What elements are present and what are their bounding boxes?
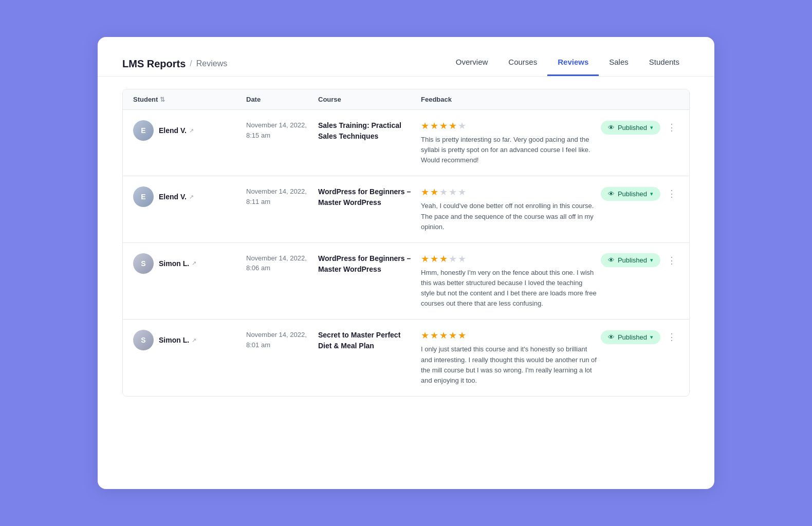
external-link-icon[interactable]: ↗ [189, 127, 194, 134]
published-badge[interactable]: 👁 Published ▾ [601, 330, 660, 344]
date-cell: November 14, 2022, 8:11 am [246, 186, 318, 206]
nav-courses[interactable]: Courses [498, 51, 547, 76]
feedback-cell: ★ ★ ★ ★ ★ Yeah, I could've done better o… [421, 186, 679, 232]
feedback-actions: 👁 Published ▾ ⋮ [601, 186, 679, 201]
star-1: ★ [421, 186, 429, 198]
star-5: ★ [458, 330, 466, 341]
feedback-text: Hmm, honestly I'm very on the fence abou… [421, 268, 679, 309]
date-cell: November 14, 2022, 8:01 am [246, 330, 318, 350]
star-3: ★ [439, 253, 448, 265]
breadcrumb: LMS Reports / Reviews [122, 58, 227, 70]
header: LMS Reports / Reviews Overview Courses R… [98, 37, 714, 77]
course-cell: WordPress for Beginners – Master WordPre… [318, 253, 421, 275]
star-2: ★ [430, 330, 438, 341]
app-title: LMS Reports [122, 58, 186, 70]
feedback-cell: ★ ★ ★ ★ ★ I only just started this cours… [421, 330, 679, 386]
student-name: Elend V. [159, 126, 187, 135]
col-date: Date [246, 96, 318, 103]
table-row: S Simon L. ↗ November 14, 2022, 8:06 am … [123, 243, 689, 320]
feedback-text: Yeah, I could've done better off not enr… [421, 201, 679, 232]
eye-icon: 👁 [608, 190, 615, 198]
chevron-down-icon: ▾ [650, 191, 653, 197]
table-row: E Elend V. ↗ November 14, 2022, 8:11 am … [123, 176, 689, 242]
date-cell: November 14, 2022, 8:15 am [246, 120, 318, 140]
main-content: Student ⇅ Date Course Feedback E Elend V… [98, 77, 714, 413]
star-4: ★ [449, 120, 457, 132]
star-2: ★ [430, 253, 438, 265]
table-row: E Elend V. ↗ November 14, 2022, 8:15 am … [123, 110, 689, 176]
star-3: ★ [439, 330, 448, 341]
more-menu-button[interactable]: ⋮ [665, 330, 679, 344]
more-menu-button[interactable]: ⋮ [665, 253, 679, 268]
student-name-link: Simon L. ↗ [159, 259, 196, 268]
course-cell: WordPress for Beginners – Master WordPre… [318, 186, 421, 208]
student-cell: E Elend V. ↗ [133, 186, 246, 207]
chevron-down-icon: ▾ [650, 257, 653, 264]
more-menu-button[interactable]: ⋮ [665, 120, 679, 135]
star-2: ★ [430, 186, 438, 198]
student-cell: E Elend V. ↗ [133, 120, 246, 141]
star-3: ★ [439, 120, 448, 132]
nav-overview[interactable]: Overview [446, 51, 499, 76]
date-cell: November 14, 2022, 8:06 am [246, 253, 318, 273]
feedback-cell: ★ ★ ★ ★ ★ Hmm, honestly I'm very on the … [421, 253, 679, 309]
star-5: ★ [458, 253, 466, 265]
student-name-link: Simon L. ↗ [159, 336, 196, 344]
table-row: S Simon L. ↗ November 14, 2022, 8:01 am … [123, 320, 689, 396]
eye-icon: 👁 [608, 333, 615, 341]
external-link-icon[interactable]: ↗ [192, 260, 196, 267]
star-4: ★ [449, 253, 457, 265]
star-4: ★ [449, 186, 457, 198]
star-5: ★ [458, 186, 466, 198]
feedback-text: This is pretty interesting so far. Very … [421, 135, 679, 165]
star-2: ★ [430, 120, 438, 132]
published-badge[interactable]: 👁 Published ▾ [601, 121, 660, 135]
feedback-text: I only just started this course and it's… [421, 344, 679, 386]
nav-sales[interactable]: Sales [599, 51, 639, 76]
feedback-actions: 👁 Published ▾ ⋮ [601, 330, 679, 344]
col-student: Student ⇅ [133, 96, 246, 103]
star-1: ★ [421, 120, 429, 132]
student-cell: S Simon L. ↗ [133, 330, 246, 350]
col-feedback: Feedback [421, 96, 679, 103]
student-name: Simon L. [159, 336, 189, 344]
star-5: ★ [458, 120, 466, 132]
external-link-icon[interactable]: ↗ [192, 337, 196, 344]
feedback-cell: ★ ★ ★ ★ ★ This is pretty interesting so … [421, 120, 679, 165]
app-container: LMS Reports / Reviews Overview Courses R… [98, 37, 714, 489]
breadcrumb-sub: Reviews [196, 59, 227, 68]
course-cell: Sales Training: Practical Sales Techniqu… [318, 120, 421, 142]
feedback-actions: 👁 Published ▾ ⋮ [601, 253, 679, 268]
student-name: Elend V. [159, 193, 187, 201]
table-header: Student ⇅ Date Course Feedback [123, 89, 689, 110]
avatar: S [133, 253, 154, 274]
reviews-table: Student ⇅ Date Course Feedback E Elend V… [122, 89, 690, 397]
student-cell: S Simon L. ↗ [133, 253, 246, 274]
star-1: ★ [421, 253, 429, 265]
nav-reviews[interactable]: Reviews [547, 51, 599, 76]
eye-icon: 👁 [608, 256, 615, 264]
published-badge[interactable]: 👁 Published ▾ [601, 253, 660, 267]
course-cell: Secret to Master Perfect Diet & Meal Pla… [318, 330, 421, 351]
avatar: E [133, 120, 154, 141]
avatar: S [133, 330, 154, 350]
sort-icon[interactable]: ⇅ [160, 96, 165, 103]
feedback-actions: 👁 Published ▾ ⋮ [601, 120, 679, 135]
main-nav: Overview Courses Reviews Sales Students [446, 51, 690, 76]
student-name: Simon L. [159, 259, 189, 268]
breadcrumb-separator: / [190, 59, 192, 68]
chevron-down-icon: ▾ [650, 334, 653, 341]
chevron-down-icon: ▾ [650, 124, 653, 131]
more-menu-button[interactable]: ⋮ [665, 186, 679, 201]
external-link-icon[interactable]: ↗ [189, 194, 194, 200]
avatar: E [133, 186, 154, 207]
student-name-link: Elend V. ↗ [159, 193, 194, 201]
nav-students[interactable]: Students [639, 51, 690, 76]
star-4: ★ [449, 330, 457, 341]
eye-icon: 👁 [608, 124, 615, 132]
col-course: Course [318, 96, 421, 103]
star-1: ★ [421, 330, 429, 341]
published-badge[interactable]: 👁 Published ▾ [601, 187, 660, 201]
student-name-link: Elend V. ↗ [159, 126, 194, 135]
star-3: ★ [439, 186, 448, 198]
